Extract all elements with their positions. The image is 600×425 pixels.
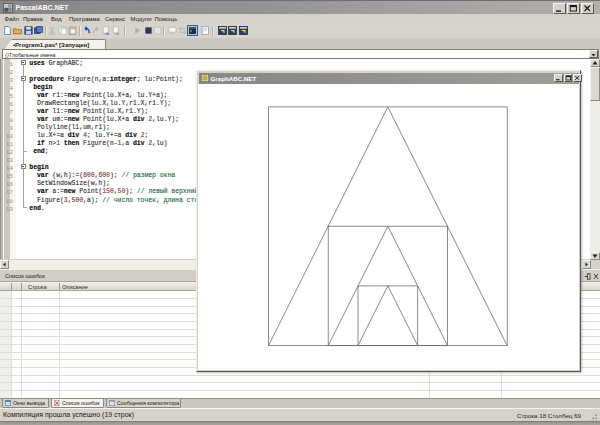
svg-text:{}: {} xyxy=(5,52,9,58)
